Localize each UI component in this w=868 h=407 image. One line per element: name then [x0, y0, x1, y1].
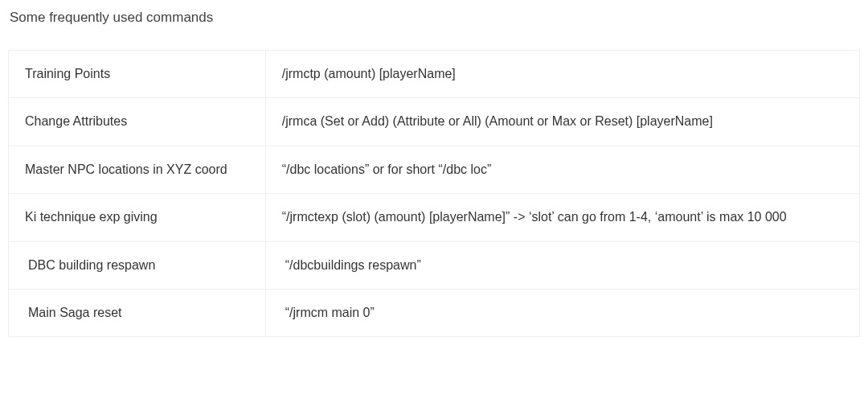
- command-value: /jrmca (Set or Add) (Attribute or All) (…: [265, 98, 859, 146]
- command-value: “/jrmcm main 0”: [265, 289, 859, 336]
- command-label: Training Points: [9, 51, 266, 98]
- table-row: DBC building respawn “/dbcbuildings resp…: [9, 241, 860, 289]
- section-heading: Some frequently used commands: [10, 10, 860, 26]
- table-row: Master NPC locations in XYZ coord “/dbc …: [9, 146, 860, 193]
- command-value: “/dbcbuildings respawn”: [265, 241, 859, 289]
- table-row: Ki technique exp giving “/jrmctexp (slot…: [9, 194, 860, 241]
- command-value: /jrmctp (amount) [playerName]: [265, 51, 859, 98]
- commands-table: Training Points /jrmctp (amount) [player…: [8, 50, 860, 337]
- command-value: “/jrmctexp (slot) (amount) [playerName]”…: [265, 194, 859, 241]
- table-row: Main Saga reset “/jrmcm main 0”: [9, 289, 860, 336]
- command-label: Main Saga reset: [9, 289, 266, 336]
- table-row: Change Attributes /jrmca (Set or Add) (A…: [9, 98, 860, 146]
- command-value: “/dbc locations” or for short “/dbc loc”: [265, 146, 859, 193]
- command-label: Change Attributes: [9, 98, 266, 146]
- command-label: DBC building respawn: [9, 241, 266, 289]
- command-label: Ki technique exp giving: [9, 194, 266, 241]
- command-label: Master NPC locations in XYZ coord: [9, 146, 266, 193]
- table-row: Training Points /jrmctp (amount) [player…: [9, 51, 860, 98]
